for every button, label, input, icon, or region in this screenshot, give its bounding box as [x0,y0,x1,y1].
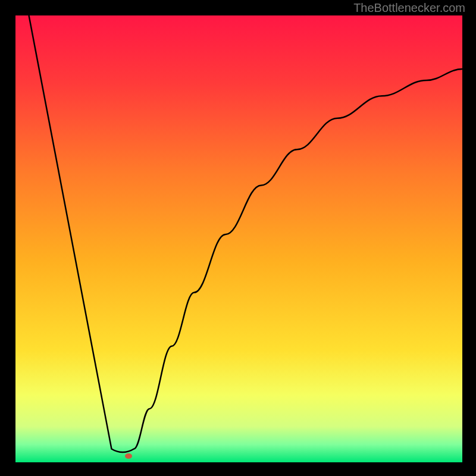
chart-svg [0,0,476,476]
plot-background [15,15,462,462]
chart-container: TheBottlenecker.com [0,0,476,476]
optimal-marker [125,453,132,459]
watermark-text: TheBottlenecker.com [353,1,465,15]
